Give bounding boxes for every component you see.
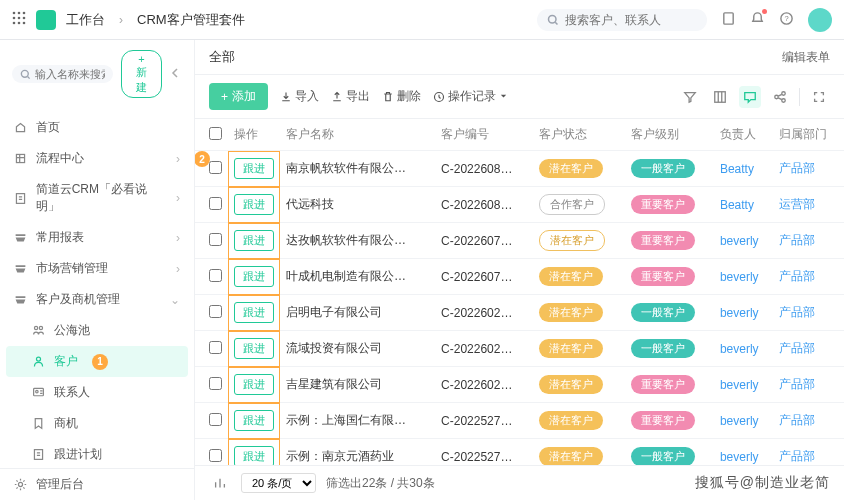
import-button[interactable]: 导入 xyxy=(280,88,319,105)
follow-button[interactable]: 跟进 xyxy=(234,230,274,251)
chevron-right-icon: › xyxy=(176,191,180,205)
owner-link[interactable]: beverly xyxy=(720,234,759,248)
row-checkbox[interactable] xyxy=(209,341,222,354)
table-row[interactable]: 跟进 吉星建筑有限公司 C-2022602… 潜在客户 重要客户 beverly… xyxy=(195,367,844,403)
sidebar-item[interactable]: 客户1 xyxy=(6,346,188,377)
sidebar-item[interactable]: 首页 xyxy=(0,112,194,143)
history-button[interactable]: 操作记录 xyxy=(433,88,508,105)
follow-button[interactable]: 跟进 xyxy=(234,446,274,465)
dept-link[interactable]: 产品部 xyxy=(779,305,815,319)
sidebar-item[interactable]: 跟进计划 xyxy=(0,439,194,468)
owner-link[interactable]: Beatty xyxy=(720,198,754,212)
app-logo[interactable] xyxy=(36,10,56,30)
table-row[interactable]: 跟进 代远科技 C-2022608… 合作客户 重要客户 Beatty 运营部 xyxy=(195,187,844,223)
bell-icon[interactable] xyxy=(750,11,765,29)
column-header[interactable]: 客户名称 xyxy=(280,119,435,151)
chart-icon[interactable] xyxy=(209,472,231,494)
table-row[interactable]: 跟进 达孜帆软软件有限公… C-2022607… 潜在客户 重要客户 bever… xyxy=(195,223,844,259)
table-row[interactable]: 跟进 示例：南京元酒药业 C-2022527… 潜在客户 一般客户 beverl… xyxy=(195,439,844,466)
global-search-input[interactable] xyxy=(565,13,695,27)
row-checkbox[interactable] xyxy=(209,233,222,246)
owner-link[interactable]: beverly xyxy=(720,378,759,392)
column-header[interactable]: 客户级别 xyxy=(625,119,714,151)
dept-link[interactable]: 产品部 xyxy=(779,377,815,391)
sidebar-item[interactable]: 常用报表› xyxy=(0,222,194,253)
pagesize-select[interactable]: 20 条/页 xyxy=(241,473,316,493)
follow-button[interactable]: 跟进 xyxy=(234,410,274,431)
delete-button[interactable]: 删除 xyxy=(382,88,421,105)
help-icon[interactable]: ? xyxy=(779,11,794,29)
owner-link[interactable]: beverly xyxy=(720,450,759,464)
column-header[interactable]: 客户编号 xyxy=(435,119,533,151)
fullscreen-icon[interactable] xyxy=(808,86,830,108)
dept-link[interactable]: 运营部 xyxy=(779,197,815,211)
apps-icon[interactable] xyxy=(12,11,26,28)
sidebar-search[interactable] xyxy=(12,65,113,83)
owner-link[interactable]: beverly xyxy=(720,270,759,284)
view-all-tab[interactable]: 全部 xyxy=(209,48,235,66)
table-row[interactable]: 跟进 启明电子有限公司 C-2022602… 潜在客户 一般客户 beverly… xyxy=(195,295,844,331)
svg-point-16 xyxy=(34,326,37,329)
follow-button[interactable]: 跟进 xyxy=(234,194,274,215)
sidebar-item[interactable]: 客户及商机管理⌄ xyxy=(0,284,194,315)
column-header[interactable]: 操作 xyxy=(228,119,280,151)
row-checkbox[interactable] xyxy=(209,197,222,210)
sidebar-item[interactable]: 商机 xyxy=(0,408,194,439)
table-row[interactable]: 跟进 流域投资有限公司 C-2022602… 潜在客户 一般客户 beverly… xyxy=(195,331,844,367)
sidebar-search-input[interactable] xyxy=(35,68,105,80)
divider xyxy=(799,88,800,106)
cell-name: 示例：上海国仁有限… xyxy=(280,403,435,439)
dept-link[interactable]: 产品部 xyxy=(779,449,815,463)
collapse-icon[interactable] xyxy=(170,67,182,82)
edit-form-button[interactable]: 编辑表单 xyxy=(782,49,830,66)
column-header[interactable]: 客户状态 xyxy=(533,119,625,151)
level-pill: 重要客户 xyxy=(631,231,695,250)
row-checkbox[interactable] xyxy=(209,449,222,462)
owner-link[interactable]: beverly xyxy=(720,306,759,320)
filter-icon[interactable] xyxy=(679,86,701,108)
breadcrumb-workbench[interactable]: 工作台 xyxy=(66,11,105,29)
row-checkbox[interactable] xyxy=(209,377,222,390)
breadcrumb-suite[interactable]: CRM客户管理套件 xyxy=(137,11,245,29)
sidebar-item-admin[interactable]: 管理后台 xyxy=(0,469,194,500)
dept-link[interactable]: 产品部 xyxy=(779,161,815,175)
export-button[interactable]: 导出 xyxy=(331,88,370,105)
row-checkbox[interactable] xyxy=(209,413,222,426)
dept-link[interactable]: 产品部 xyxy=(779,233,815,247)
dept-link[interactable]: 产品部 xyxy=(779,341,815,355)
follow-button[interactable]: 跟进 xyxy=(234,374,274,395)
sidebar-item[interactable]: 公海池 xyxy=(0,315,194,346)
follow-button[interactable]: 跟进 xyxy=(234,266,274,287)
sidebar-item[interactable]: 联系人 xyxy=(0,377,194,408)
user-avatar[interactable] xyxy=(808,8,832,32)
share-icon[interactable] xyxy=(769,86,791,108)
global-search[interactable] xyxy=(537,9,707,31)
dept-link[interactable]: 产品部 xyxy=(779,269,815,283)
column-header[interactable]: 负责人 xyxy=(714,119,774,151)
follow-button[interactable]: 跟进 xyxy=(234,338,274,359)
row-checkbox[interactable] xyxy=(209,161,222,174)
table-row[interactable]: 跟进 示例：上海国仁有限… C-2022527… 潜在客户 重要客户 bever… xyxy=(195,403,844,439)
select-all-checkbox[interactable] xyxy=(209,127,222,140)
follow-button[interactable]: 跟进 xyxy=(234,158,274,179)
sidebar-item[interactable]: 流程中心› xyxy=(0,143,194,174)
book-icon[interactable] xyxy=(721,11,736,29)
table-row[interactable]: 跟进 南京帆软软件有限公… C-2022608… 潜在客户 一般客户 Beatt… xyxy=(195,151,844,187)
comment-icon[interactable] xyxy=(739,86,761,108)
owner-link[interactable]: Beatty xyxy=(720,162,754,176)
toolbar: +添加 导入 导出 删除 操作记录 xyxy=(195,75,844,119)
nav-label: 首页 xyxy=(36,119,60,136)
new-button[interactable]: + 新建 xyxy=(121,50,162,98)
owner-link[interactable]: beverly xyxy=(720,342,759,356)
row-checkbox[interactable] xyxy=(209,305,222,318)
dept-link[interactable]: 产品部 xyxy=(779,413,815,427)
columns-icon[interactable] xyxy=(709,86,731,108)
sidebar-item[interactable]: 市场营销管理› xyxy=(0,253,194,284)
column-header[interactable]: 归属部门 xyxy=(773,119,844,151)
follow-button[interactable]: 跟进 xyxy=(234,302,274,323)
sidebar-item[interactable]: 简道云CRM「必看说明」› xyxy=(0,174,194,222)
row-checkbox[interactable] xyxy=(209,269,222,282)
table-row[interactable]: 跟进 叶成机电制造有限公… C-2022607… 潜在客户 重要客户 bever… xyxy=(195,259,844,295)
owner-link[interactable]: beverly xyxy=(720,414,759,428)
add-button[interactable]: +添加 xyxy=(209,83,268,110)
